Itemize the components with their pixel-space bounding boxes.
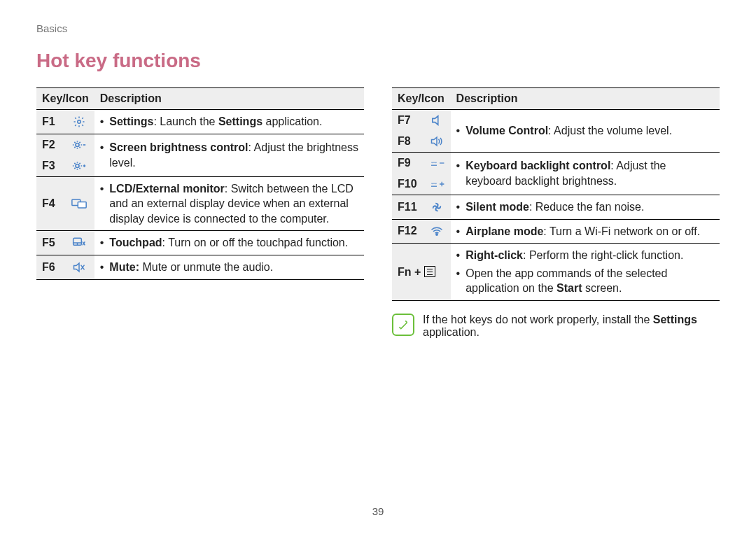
settings-gear-icon [64, 110, 94, 134]
external-monitor-icon [64, 176, 94, 231]
note: If the hot keys do not work properly, in… [392, 314, 720, 339]
left-column: Key/Icon Description F1 • Settings: L [36, 87, 364, 339]
svg-rect-4 [78, 202, 86, 207]
table-header-key: Key/Icon [392, 88, 451, 110]
desc-f7f8: • Volume Control: Adjust the volume leve… [451, 110, 720, 153]
table-header-desc: Description [451, 88, 720, 110]
desc-f9f10: • Keyboard backlight control: Adjust the… [451, 153, 720, 195]
svg-point-1 [76, 143, 79, 146]
key-f12: F12 [392, 219, 423, 244]
table-row: F7 • Volume Control: Adjust the volume l… [392, 110, 720, 132]
key-f10: F10 [392, 174, 423, 195]
volume-down-icon [423, 110, 451, 132]
table-row: F4 • LCD/External monitor: Switch betwee… [36, 176, 364, 231]
key-f5: F5 [36, 231, 64, 255]
key-f11: F11 [392, 195, 423, 220]
table-header-desc: Description [94, 88, 364, 110]
silent-fan-icon [423, 195, 451, 220]
page-heading: Hot key functions [36, 50, 720, 72]
desc-f5: • Touchpad: Turn on or off the touchpad … [94, 231, 364, 255]
desc-f1: • Settings: Launch the Settings applicat… [94, 110, 364, 134]
right-column: Key/Icon Description F7 • Volume Control… [392, 87, 720, 339]
touchpad-icon [64, 231, 94, 255]
desc-f2f3: • Screen brightness control: Adjust the … [94, 134, 364, 176]
note-text: If the hot keys do not work properly, in… [423, 314, 720, 339]
hotkey-table-left: Key/Icon Description F1 • Settings: L [36, 87, 364, 280]
table-row: F12 • Airplane mode: Turn a Wi-Fi networ… [392, 219, 720, 244]
svg-point-2 [76, 164, 79, 167]
desc-f12: • Airplane mode: Turn a Wi-Fi network on… [451, 219, 720, 244]
wifi-icon [423, 219, 451, 244]
table-row: F6 • Mute: Mute or unmute the audio. [36, 255, 364, 279]
key-f2: F2 [36, 134, 64, 155]
brightness-down-icon [64, 134, 94, 155]
key-f7: F7 [392, 110, 423, 132]
table-row: Fn + • Right-click: Perform the right-cl… [392, 244, 720, 301]
table-row: F9 • Keyboard backlight control: Adjust … [392, 153, 720, 174]
breadcrumb: Basics [36, 22, 720, 34]
desc-f4: • LCD/External monitor: Switch between t… [94, 176, 364, 231]
table-row: F5 • Touchpad: Turn on or off the touchp… [36, 231, 364, 255]
kbd-backlight-down-icon [423, 153, 451, 174]
key-f6: F6 [36, 255, 64, 279]
table-row: F11 • Silent mode: Reduce the fan noise. [392, 195, 720, 220]
svg-point-0 [78, 120, 81, 124]
desc-f6: • Mute: Mute or unmute the audio. [94, 255, 364, 279]
brightness-up-icon [64, 155, 94, 177]
desc-fn-menu: • Right-click: Perform the right-click f… [451, 244, 720, 301]
menu-key-icon [424, 266, 435, 277]
table-row: F1 • Settings: Launch the Settings appli… [36, 110, 364, 134]
mute-icon [64, 255, 94, 279]
key-f8: F8 [392, 131, 423, 153]
key-f9: F9 [392, 153, 423, 174]
key-fn-menu: Fn + [392, 244, 451, 301]
key-f1: F1 [36, 110, 64, 134]
desc-f11: • Silent mode: Reduce the fan noise. [451, 195, 720, 220]
kbd-backlight-up-icon [423, 174, 451, 195]
note-icon [392, 314, 414, 336]
volume-up-icon [423, 131, 451, 153]
key-f3: F3 [36, 155, 64, 177]
hotkey-table-right: Key/Icon Description F7 • Volume Control… [392, 87, 720, 301]
page-number: 39 [0, 505, 756, 517]
table-header-key: Key/Icon [36, 88, 94, 110]
key-f4: F4 [36, 176, 64, 231]
svg-point-6 [435, 234, 437, 235]
table-row: F2 • Screen brightness control: Adjust t… [36, 134, 364, 155]
